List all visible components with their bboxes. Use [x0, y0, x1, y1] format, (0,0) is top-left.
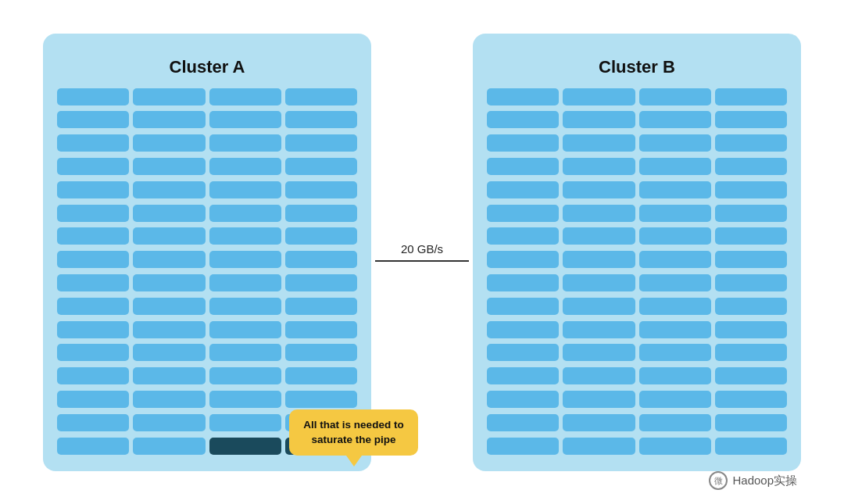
node	[57, 205, 129, 222]
node	[563, 344, 635, 361]
node	[487, 111, 559, 128]
node	[563, 298, 635, 315]
node	[57, 298, 129, 315]
node	[639, 321, 711, 338]
node	[209, 274, 281, 291]
node	[563, 321, 635, 338]
watermark: 微 Hadoop实操	[709, 471, 797, 490]
callout-container: All that is needed to saturate the pipe	[289, 409, 418, 466]
node	[133, 367, 205, 384]
node	[487, 158, 559, 175]
node	[133, 134, 205, 152]
node	[487, 321, 559, 338]
node	[715, 438, 787, 455]
node	[285, 321, 357, 338]
node	[563, 181, 635, 198]
node	[563, 367, 635, 384]
node	[57, 344, 129, 361]
node	[133, 438, 205, 455]
node	[639, 88, 711, 105]
node	[487, 344, 559, 361]
node	[639, 158, 711, 175]
node	[639, 274, 711, 291]
node	[487, 438, 559, 455]
node	[639, 181, 711, 198]
node	[209, 414, 281, 431]
cluster-a: Cluster A	[43, 34, 371, 471]
node	[133, 414, 205, 431]
node	[209, 134, 281, 152]
node	[285, 344, 357, 361]
node	[209, 181, 281, 198]
node	[133, 181, 205, 198]
node	[715, 251, 787, 268]
node	[57, 367, 129, 384]
node	[715, 391, 787, 408]
node	[133, 227, 205, 245]
node	[285, 367, 357, 384]
callout-arrow	[346, 456, 362, 466]
node	[133, 391, 205, 408]
node	[487, 414, 559, 431]
node	[57, 414, 129, 431]
node	[563, 134, 635, 152]
node	[209, 367, 281, 384]
node	[133, 88, 205, 105]
node	[57, 227, 129, 245]
node	[57, 111, 129, 128]
node	[715, 158, 787, 175]
cluster-b-nodes	[487, 88, 787, 457]
node	[57, 88, 129, 105]
node	[639, 251, 711, 268]
node	[209, 298, 281, 315]
node	[133, 298, 205, 315]
node	[209, 251, 281, 268]
node	[487, 227, 559, 245]
node	[639, 344, 711, 361]
node	[639, 391, 711, 408]
main-container: Cluster A 20 GB/s Cluster B All that is …	[0, 0, 844, 504]
node	[639, 134, 711, 152]
node	[133, 274, 205, 291]
node	[487, 88, 559, 105]
cluster-b: Cluster B	[473, 34, 801, 471]
node	[285, 298, 357, 315]
node	[563, 158, 635, 175]
callout-box: All that is needed to saturate the pipe	[289, 409, 418, 456]
node	[487, 251, 559, 268]
node	[487, 391, 559, 408]
node	[715, 227, 787, 245]
node	[285, 134, 357, 152]
node	[133, 344, 205, 361]
node	[133, 251, 205, 268]
node	[639, 111, 711, 128]
node	[209, 205, 281, 222]
node	[57, 438, 129, 455]
node	[563, 227, 635, 245]
node	[285, 205, 357, 222]
node	[209, 158, 281, 175]
node	[639, 227, 711, 245]
connector-line	[375, 260, 469, 262]
node	[715, 321, 787, 338]
bandwidth-label: 20 GB/s	[401, 242, 443, 256]
node	[715, 274, 787, 291]
node	[639, 367, 711, 384]
node	[57, 158, 129, 175]
node	[563, 111, 635, 128]
node	[209, 391, 281, 408]
node	[285, 88, 357, 105]
node	[57, 181, 129, 198]
diagram-area: Cluster A 20 GB/s Cluster B All that is …	[0, 0, 844, 504]
watermark-icon: 微	[709, 471, 728, 490]
node	[57, 391, 129, 408]
node	[715, 414, 787, 431]
node	[57, 274, 129, 291]
node	[209, 88, 281, 105]
node	[133, 158, 205, 175]
node	[715, 111, 787, 128]
node	[563, 438, 635, 455]
node	[563, 414, 635, 431]
node	[285, 391, 357, 408]
node	[487, 367, 559, 384]
